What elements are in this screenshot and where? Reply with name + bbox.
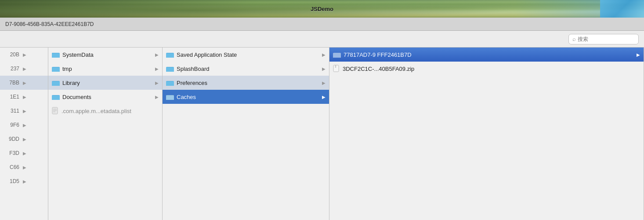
column-4: 77817AD7-9 FFF2461B7D ▶ 3DCF2C1C-...40B5… (329, 48, 644, 220)
row-size: 1D5 (4, 178, 19, 184)
plist-icon (52, 107, 59, 115)
list-item[interactable]: 20B ▶ (0, 48, 48, 62)
path-text: D7-9086-456B-835A-42EEE2461B7D (5, 21, 94, 27)
expand-arrow: ▶ (155, 52, 159, 57)
search-icon: ⌕ (572, 36, 576, 42)
expand-arrow: ▶ (155, 66, 159, 71)
list-item[interactable]: C66 ▶ (0, 160, 48, 174)
list-item[interactable]: 9F6 ▶ (0, 118, 48, 132)
folder-name: 77817AD7-9 FFF2461B7D (344, 51, 635, 58)
folder-name: Saved Application State (177, 51, 320, 58)
file-name: 3DCF2C1C-...40B5FA09.zip (343, 66, 640, 72)
expand-arrow: ▶ (23, 109, 26, 114)
expand-arrow: ▶ (322, 52, 326, 57)
toolbar: ⌕ (0, 31, 644, 48)
list-item[interactable]: 77817AD7-9 FFF2461B7D ▶ (329, 48, 644, 62)
folder-icon (166, 66, 174, 72)
expand-arrow: ▶ (322, 95, 326, 99)
folder-icon (52, 80, 60, 86)
list-item[interactable]: Documents ▶ (48, 90, 162, 104)
expand-arrow: ▶ (23, 81, 26, 85)
title-bar: JSDemo (0, 0, 644, 18)
folder-icon (166, 80, 174, 86)
folder-name: SystemData (62, 51, 153, 58)
list-item[interactable]: Library ▶ (48, 76, 162, 90)
folder-name: Preferences (177, 80, 320, 86)
finder-body: 20B ▶ 237 ▶ 7BB ▶ 1E1 ▶ 311 ▶ 9F6 ▶ 9DD … (0, 48, 644, 220)
row-size: 1E1 (4, 94, 19, 100)
expand-arrow: ▶ (322, 66, 326, 71)
expand-arrow: ▶ (23, 123, 26, 128)
expand-arrow: ▶ (155, 81, 159, 85)
list-item[interactable]: Preferences ▶ (163, 76, 329, 90)
folder-name: SplashBoard (177, 66, 320, 72)
column-3: Saved Application State ▶ SplashBoard ▶ … (163, 48, 329, 220)
zip-icon (333, 65, 340, 73)
list-item[interactable]: 1D5 ▶ (0, 174, 48, 188)
list-item[interactable]: SplashBoard ▶ (163, 62, 329, 76)
list-item[interactable]: 311 ▶ (0, 104, 48, 118)
expand-arrow: ▶ (23, 52, 26, 57)
list-item[interactable]: 7BB ▶ (0, 76, 48, 90)
folder-icon (52, 51, 60, 58)
folder-icon (333, 51, 341, 58)
list-item[interactable]: Caches ▶ (163, 90, 329, 104)
list-item[interactable]: 3DCF2C1C-...40B5FA09.zip (329, 62, 644, 76)
search-input[interactable] (578, 36, 630, 42)
folder-name: tmp (62, 66, 153, 72)
list-item[interactable]: .com.apple.m...etadata.plist (48, 104, 162, 118)
list-item[interactable]: F3D ▶ (0, 146, 48, 160)
expand-arrow: ▶ (322, 81, 326, 85)
search-box[interactable]: ⌕ (568, 34, 639, 44)
window-title: JSDemo (311, 6, 333, 12)
list-item[interactable]: tmp ▶ (48, 62, 162, 76)
column-2: SystemData ▶ tmp ▶ Library ▶ Documents ▶ (48, 48, 163, 220)
folder-icon (166, 51, 174, 58)
folder-name: Caches (177, 94, 320, 100)
list-item[interactable]: 9DD ▶ (0, 132, 48, 146)
expand-arrow: ▶ (637, 52, 640, 57)
row-size: 20B (4, 51, 19, 58)
list-item[interactable]: 1E1 ▶ (0, 90, 48, 104)
row-size: 311 (4, 108, 19, 114)
row-size: F3D (4, 150, 19, 156)
expand-arrow: ▶ (23, 137, 26, 142)
list-item[interactable]: SystemData ▶ (48, 48, 162, 62)
row-size: 9DD (4, 136, 19, 142)
expand-arrow: ▶ (23, 66, 26, 71)
expand-arrow: ▶ (23, 151, 26, 156)
list-item[interactable]: Saved Application State ▶ (163, 48, 329, 62)
svg-rect-16 (335, 66, 336, 66)
row-size: C66 (4, 164, 19, 170)
expand-arrow: ▶ (23, 179, 26, 184)
path-bar: D7-9086-456B-835A-42EEE2461B7D (0, 18, 644, 31)
folder-icon (166, 94, 174, 100)
column-1: 20B ▶ 237 ▶ 7BB ▶ 1E1 ▶ 311 ▶ 9F6 ▶ 9DD … (0, 48, 48, 220)
expand-arrow: ▶ (155, 95, 159, 99)
svg-rect-17 (335, 67, 336, 68)
expand-arrow: ▶ (23, 165, 26, 170)
list-item[interactable]: 237 ▶ (0, 62, 48, 76)
folder-icon (52, 66, 60, 72)
row-size: 9F6 (4, 122, 19, 128)
row-size: 237 (4, 66, 19, 72)
folder-name: Library (62, 80, 153, 86)
folder-icon (52, 94, 60, 100)
row-size: 7BB (4, 80, 19, 86)
title-bar-blue-accent (600, 0, 644, 18)
expand-arrow: ▶ (23, 95, 26, 99)
folder-name: Documents (62, 94, 153, 100)
file-name: .com.apple.m...etadata.plist (62, 108, 159, 114)
